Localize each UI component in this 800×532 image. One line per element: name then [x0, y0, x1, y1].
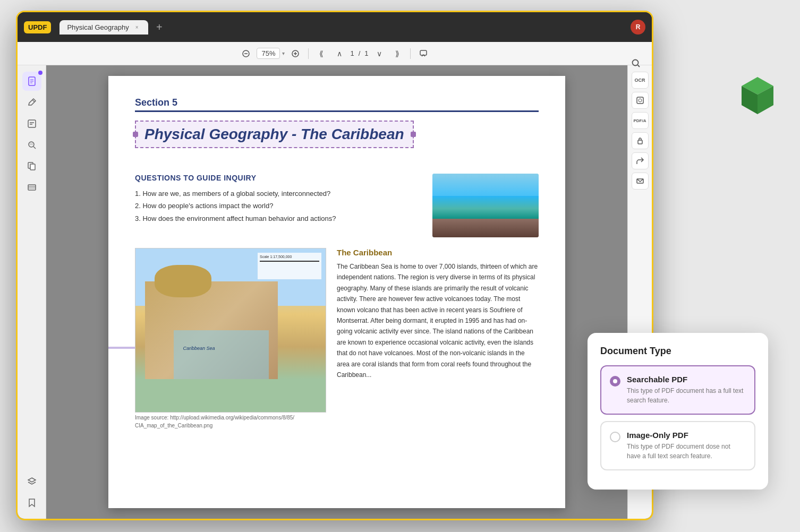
map-island-1: [155, 265, 211, 298]
tab-title: Physical Geography: [67, 23, 129, 31]
image-only-pdf-text: Image-Only PDF This type of PDF document…: [627, 431, 746, 461]
last-page-button[interactable]: ⟫: [390, 46, 405, 61]
body-text: The Caribbean Sea is home to over 7,000 …: [337, 261, 539, 380]
shore-area: [432, 221, 539, 237]
searchable-pdf-option[interactable]: Searchable PDF This type of PDF document…: [600, 365, 755, 415]
new-tab-button[interactable]: +: [152, 20, 166, 34]
map-caption-line1: Image source: http://upload.wikimedia.or…: [135, 415, 326, 421]
pdf-page: Section 5 Physical Geography - The Carib…: [108, 76, 565, 508]
toolbar-divider-1: [308, 48, 309, 59]
zoom-out-button[interactable]: [239, 46, 253, 61]
notification-dot: [38, 71, 42, 75]
prev-page-button[interactable]: ∧: [332, 46, 347, 61]
total-pages: 1: [364, 49, 368, 57]
selection-handle-right: [411, 132, 416, 137]
map-sea-label: Caribbean Sea: [183, 338, 240, 358]
sidebar-bottom: [22, 472, 41, 512]
toolbar: 75% ▾ ⟪ ∧ 1 / 1 ∨ ⟫: [18, 42, 652, 65]
map-container: Caribbean Sea Scale 1:17,500,000 Image s…: [135, 248, 326, 428]
updf-logo: UPDF: [24, 21, 51, 33]
map-scale-box: Scale 1:17,500,000: [258, 253, 321, 279]
svg-rect-20: [28, 185, 36, 190]
sidebar-item-document[interactable]: [22, 72, 41, 91]
sidebar-item-bookmark[interactable]: [22, 493, 41, 512]
question-3: 3. How does the environment affect human…: [135, 212, 422, 225]
image-only-pdf-radio[interactable]: [610, 432, 620, 442]
lock-button[interactable]: [632, 132, 649, 149]
map-caption-line2: CIA_map_of_the_Caribbean.png: [135, 423, 326, 428]
questions-heading: QUESTIONS TO GUIDE INQUIRY: [135, 174, 422, 182]
doc-type-panel: Document Type Searchable PDF This type o…: [588, 333, 768, 490]
first-page-button[interactable]: ⟪: [314, 46, 329, 61]
image-only-pdf-option[interactable]: Image-Only PDF This type of PDF document…: [600, 421, 755, 470]
svg-point-27: [633, 60, 639, 66]
image-only-pdf-desc: This type of PDF document dose not have …: [627, 442, 746, 461]
searchable-pdf-text: Searchable PDF This type of PDF document…: [627, 375, 746, 405]
image-only-pdf-title: Image-Only PDF: [627, 431, 746, 440]
search-icon-button[interactable]: [627, 55, 644, 72]
svg-rect-19: [30, 164, 35, 170]
pdfa-button[interactable]: PDF/A: [632, 112, 649, 129]
searchable-pdf-radio[interactable]: [610, 376, 620, 387]
selection-handle-left: [133, 132, 138, 137]
svg-rect-23: [637, 97, 643, 104]
scan-button[interactable]: [632, 92, 649, 109]
title-selection-box: Physical Geography - The Caribbean: [135, 121, 414, 148]
current-page: 1: [350, 49, 354, 57]
questions-section: QUESTIONS TO GUIDE INQUIRY 1. How are we…: [135, 174, 422, 237]
svg-line-15: [33, 147, 36, 149]
title-bar: UPDF Physical Geography × + R: [18, 12, 652, 42]
page-sep: /: [359, 49, 361, 57]
share-button[interactable]: [632, 152, 649, 169]
searchable-pdf-title: Searchable PDF: [627, 375, 746, 384]
svg-rect-11: [28, 120, 36, 127]
svg-rect-25: [638, 140, 642, 144]
zoom-control: 75% ▾: [257, 48, 285, 59]
zoom-value[interactable]: 75%: [257, 48, 280, 59]
svg-line-10: [32, 100, 35, 102]
cube-svg: [736, 74, 779, 122]
sidebar-item-stack[interactable]: [22, 178, 41, 197]
user-avatar[interactable]: R: [631, 20, 645, 35]
water-area: [432, 196, 539, 221]
zoom-dropdown-arrow[interactable]: ▾: [282, 50, 285, 56]
text-content: The Caribbean The Caribbean Sea is home …: [337, 248, 539, 428]
sidebar-item-pages[interactable]: [22, 157, 41, 176]
mail-button[interactable]: [632, 173, 649, 190]
sidebar-item-search[interactable]: [22, 135, 41, 155]
document-area[interactable]: Section 5 Physical Geography - The Carib…: [46, 65, 627, 519]
caribbean-map: Caribbean Sea Scale 1:17,500,000: [135, 248, 326, 413]
toolbar-divider-2: [410, 48, 411, 59]
panel-title: Document Type: [600, 346, 755, 357]
svg-line-28: [638, 65, 640, 67]
cube-decoration: [736, 74, 773, 117]
title-container: Physical Geography - The Caribbean: [135, 121, 539, 161]
active-tab[interactable]: Physical Geography ×: [59, 20, 148, 35]
sidebar-item-annotate[interactable]: [22, 114, 41, 133]
content-grid: QUESTIONS TO GUIDE INQUIRY 1. How are we…: [135, 174, 539, 237]
question-1: 1. How are we, as members of a global so…: [135, 187, 422, 200]
searchable-pdf-desc: This type of PDF document has a full tex…: [627, 386, 746, 405]
question-2: 2. How do people's actions impact the wo…: [135, 200, 422, 212]
main-layout: Section 5 Physical Geography - The Carib…: [18, 65, 652, 519]
map-section: Caribbean Sea Scale 1:17,500,000 Image s…: [135, 248, 539, 428]
sidebar-item-layers[interactable]: [22, 472, 41, 491]
sidebar-item-edit[interactable]: [22, 93, 41, 112]
comment-button[interactable]: [416, 46, 431, 61]
page-control: 1 / 1: [350, 49, 368, 57]
document-title: Physical Geography - The Caribbean: [144, 126, 404, 143]
caribbean-photo: [432, 174, 539, 237]
section-label: Section 5: [135, 97, 539, 112]
caribbean-section-title: The Caribbean: [337, 248, 539, 257]
app-window: UPDF Physical Geography × + R 75% ▾: [16, 11, 653, 520]
zoom-in-button[interactable]: [288, 46, 303, 61]
questions-list: 1. How are we, as members of a global so…: [135, 187, 422, 225]
ocr-button[interactable]: OCR: [632, 72, 649, 89]
svg-point-24: [639, 99, 642, 102]
next-page-button[interactable]: ∨: [372, 46, 387, 61]
left-sidebar: [18, 65, 46, 519]
tab-close-button[interactable]: ×: [133, 23, 141, 31]
